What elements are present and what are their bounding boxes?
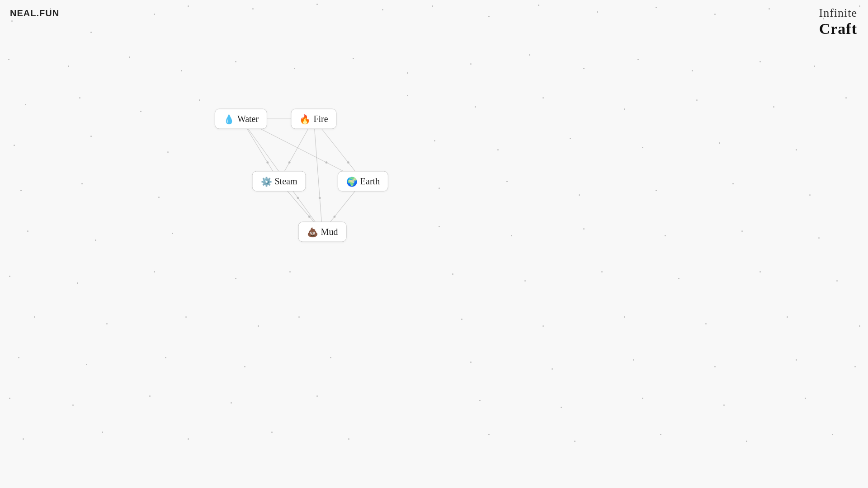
fire-label: Fire [313, 114, 328, 124]
node-mud[interactable]: 💩 Mud [298, 222, 347, 242]
svg-point-7 [297, 197, 299, 199]
earth-label: Earth [360, 176, 380, 187]
svg-point-5 [326, 161, 328, 164]
steam-icon: ⚙️ [261, 177, 272, 186]
graph-container: 💧 Water 🔥 Fire ⚙️ Steam 🌍 Earth 💩 Mud [0, 0, 868, 488]
svg-point-9 [288, 161, 291, 164]
svg-point-11 [347, 161, 349, 164]
svg-point-17 [334, 216, 336, 218]
node-water[interactable]: 💧 Water [215, 109, 267, 129]
svg-point-13 [319, 197, 321, 199]
connections-svg [0, 0, 868, 488]
svg-point-15 [308, 216, 311, 218]
node-steam[interactable]: ⚙️ Steam [252, 171, 306, 192]
node-earth[interactable]: 🌍 Earth [338, 171, 388, 192]
svg-point-3 [266, 161, 269, 164]
node-fire[interactable]: 🔥 Fire [291, 109, 336, 129]
water-label: Water [237, 114, 259, 124]
fire-icon: 🔥 [299, 114, 311, 123]
svg-line-12 [314, 119, 322, 232]
mud-icon: 💩 [307, 227, 318, 236]
water-icon: 💧 [223, 114, 235, 123]
earth-icon: 🌍 [346, 177, 358, 186]
steam-label: Steam [275, 176, 297, 187]
mud-label: Mud [321, 227, 338, 237]
